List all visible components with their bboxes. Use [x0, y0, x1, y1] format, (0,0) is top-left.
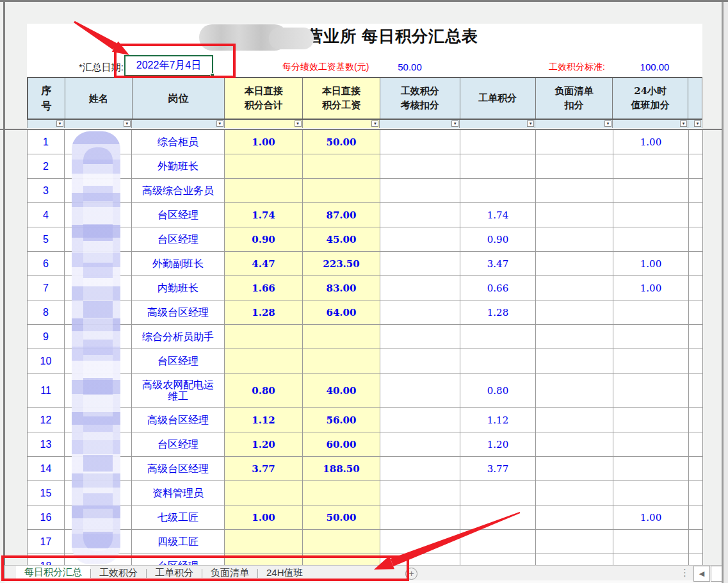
filter-dropdown-icon[interactable]: ▾ [527, 120, 534, 127]
blank-cell[interactable] [689, 505, 703, 530]
wage-cell[interactable]: 83.00 [303, 276, 380, 300]
duty-add-cell[interactable] [613, 530, 689, 554]
neg-deduct-cell[interactable] [536, 154, 613, 179]
eff-deduct-cell[interactable] [380, 179, 460, 203]
wage-cell[interactable]: 50.00 [303, 505, 380, 530]
neg-deduct-cell[interactable] [536, 179, 613, 203]
blank-cell[interactable] [689, 481, 703, 505]
summary-date-cell[interactable]: 2022年7月4日 [124, 55, 213, 76]
neg-deduct-cell[interactable] [536, 530, 613, 554]
total-cell[interactable]: 1.20 [225, 432, 303, 457]
position-cell[interactable]: 高级农网配电运维工 [132, 374, 225, 408]
duty-add-cell[interactable]: 1.00 [613, 252, 689, 276]
order-pts-cell[interactable] [460, 530, 536, 554]
blank-cell[interactable] [689, 154, 703, 179]
duty-add-cell[interactable] [613, 432, 689, 457]
total-cell[interactable]: 4.47 [225, 252, 303, 276]
filter-dropdown-icon[interactable]: ▾ [451, 120, 458, 127]
blank-cell[interactable] [689, 203, 703, 227]
blank-cell[interactable] [689, 408, 703, 432]
sheet-tab-5[interactable]: 24H值班 [258, 566, 312, 580]
duty-add-cell[interactable] [613, 154, 689, 179]
total-cell[interactable] [225, 481, 303, 505]
column-header-neg-deduct[interactable]: 负面清单 扣分 [536, 78, 613, 119]
position-cell[interactable]: 高级台区经理 [132, 457, 225, 481]
seq-cell[interactable]: 17 [28, 530, 65, 554]
order-pts-cell[interactable] [460, 154, 536, 179]
duty-add-cell[interactable] [613, 408, 689, 432]
duty-add-cell[interactable]: 1.00 [613, 276, 689, 300]
filter-dropdown-icon[interactable]: ▾ [371, 120, 378, 127]
seq-cell[interactable]: 9 [28, 325, 65, 349]
seq-cell[interactable]: 4 [28, 203, 65, 227]
duty-add-cell[interactable] [613, 203, 689, 227]
total-cell[interactable]: 1.00 [225, 130, 303, 154]
eff-deduct-cell[interactable] [380, 432, 460, 457]
duty-add-cell[interactable]: 1.00 [613, 505, 689, 530]
duty-add-cell[interactable] [613, 300, 689, 325]
eff-deduct-cell[interactable] [380, 130, 460, 154]
total-cell[interactable]: 3.77 [225, 457, 303, 481]
wage-cell[interactable]: 50.00 [303, 130, 380, 154]
wage-cell[interactable] [303, 179, 380, 203]
filter-dropdown-icon[interactable]: ▾ [295, 120, 302, 127]
filter-dropdown-icon[interactable]: ▾ [680, 120, 687, 127]
column-header-total[interactable]: 本日直接 积分合计 [225, 78, 303, 119]
total-cell[interactable]: 1.12 [225, 408, 303, 432]
sheet-tab-4[interactable]: 负面清单 [202, 566, 257, 580]
wage-cell[interactable]: 40.00 [303, 374, 380, 408]
order-pts-cell[interactable]: 0.66 [460, 276, 536, 300]
blank-cell[interactable] [689, 300, 703, 325]
blank-cell[interactable] [689, 457, 703, 481]
order-pts-cell[interactable]: 1.28 [460, 300, 536, 325]
wage-cell[interactable] [303, 349, 380, 374]
scroll-left-button[interactable]: ◀ [693, 566, 710, 582]
seq-cell[interactable]: 13 [28, 432, 65, 457]
position-cell[interactable]: 综合柜员 [132, 130, 225, 154]
filter-dropdown-icon[interactable]: ▾ [216, 120, 223, 127]
blank-cell[interactable] [689, 432, 703, 457]
duty-add-cell[interactable] [613, 349, 689, 374]
seq-cell[interactable]: 14 [28, 457, 65, 481]
neg-deduct-cell[interactable] [536, 432, 613, 457]
filter-dropdown-icon[interactable]: ▾ [694, 120, 701, 127]
order-pts-cell[interactable] [460, 505, 536, 530]
blank-cell[interactable] [689, 130, 703, 154]
duty-add-cell[interactable] [613, 325, 689, 349]
column-header-seq[interactable]: 序 号 [28, 78, 65, 119]
blank-cell[interactable] [689, 530, 703, 554]
order-pts-cell[interactable]: 1.74 [460, 203, 536, 227]
neg-deduct-cell[interactable] [536, 481, 613, 505]
duty-add-cell[interactable] [613, 481, 689, 505]
total-cell[interactable] [225, 154, 303, 179]
wage-cell[interactable]: 188.50 [303, 457, 380, 481]
total-cell[interactable]: 1.74 [225, 203, 303, 227]
wage-cell[interactable] [303, 325, 380, 349]
total-cell[interactable]: 0.80 [225, 374, 303, 408]
order-pts-cell[interactable]: 3.77 [460, 457, 536, 481]
order-pts-cell[interactable]: 0.80 [460, 374, 536, 408]
order-pts-cell[interactable]: 1.12 [460, 408, 536, 432]
position-cell[interactable]: 四级工匠 [132, 530, 225, 554]
blank-cell[interactable] [689, 252, 703, 276]
eff-deduct-cell[interactable] [380, 300, 460, 325]
eff-deduct-cell[interactable] [380, 349, 460, 374]
eff-deduct-cell[interactable] [380, 530, 460, 554]
duty-add-cell[interactable]: 1.00 [613, 130, 689, 154]
total-cell[interactable]: 1.00 [225, 505, 303, 530]
position-cell[interactable]: 高级台区经理 [132, 408, 225, 432]
column-header-position[interactable]: 岗位 [133, 78, 225, 119]
filter-dropdown-icon[interactable]: ▾ [604, 120, 611, 127]
eff-deduct-cell[interactable] [380, 374, 460, 408]
duty-add-cell[interactable] [613, 179, 689, 203]
total-cell[interactable] [225, 179, 303, 203]
order-pts-cell[interactable] [460, 130, 536, 154]
order-pts-cell[interactable] [460, 179, 536, 203]
order-pts-cell[interactable] [460, 325, 536, 349]
seq-cell[interactable]: 8 [28, 300, 65, 325]
wage-cell[interactable]: 87.00 [303, 203, 380, 227]
sheet-tab-1[interactable]: 每日积分汇总 [16, 566, 90, 580]
blank-cell[interactable] [689, 374, 703, 408]
seq-cell[interactable]: 1 [28, 130, 65, 154]
seq-cell[interactable]: 3 [28, 179, 65, 203]
